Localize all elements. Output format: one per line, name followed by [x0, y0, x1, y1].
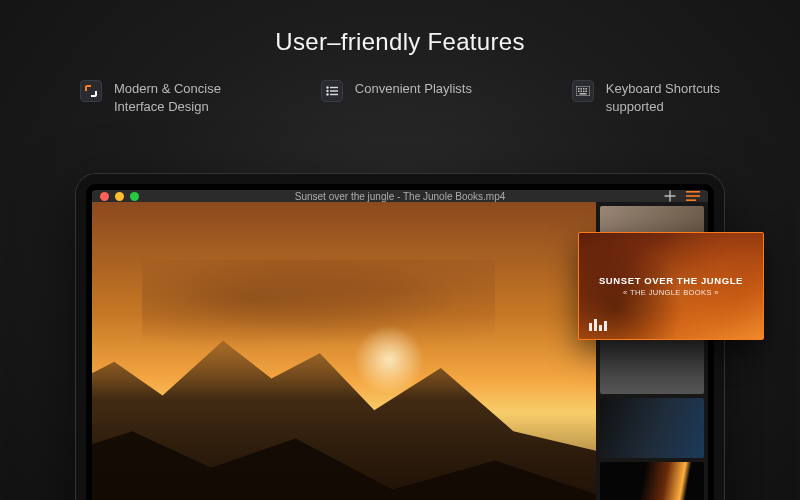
add-button[interactable] [664, 190, 676, 202]
feature-row: Modern & Concise Interface Design Conven… [80, 80, 720, 115]
preview-subtitle: « THE JUNGLE BOOKS » [623, 288, 719, 297]
svg-rect-9 [583, 88, 585, 90]
svg-rect-3 [330, 90, 338, 91]
window-controls [100, 192, 139, 201]
svg-rect-16 [686, 191, 700, 193]
svg-rect-8 [580, 88, 582, 90]
window-titlebar: Sunset over the jungle - The Junole Book… [92, 190, 708, 202]
svg-rect-18 [686, 199, 696, 201]
svg-point-2 [326, 90, 328, 92]
svg-rect-14 [585, 91, 587, 93]
window-title: Sunset over the jungle - The Junole Book… [92, 191, 708, 202]
playlist-thumb[interactable] [600, 462, 704, 500]
svg-rect-1 [330, 87, 338, 88]
feature-playlists: Convenient Playlists [321, 80, 472, 115]
feature-interface: Modern & Concise Interface Design [80, 80, 221, 115]
minimize-icon[interactable] [115, 192, 124, 201]
playlist-thumb[interactable] [600, 334, 704, 394]
feature-label: Modern & Concise Interface Design [114, 80, 221, 115]
svg-rect-10 [585, 88, 587, 90]
frame-icon [80, 80, 102, 102]
page-title: User–friendly Features [0, 0, 800, 56]
svg-rect-5 [330, 94, 338, 95]
playlist-thumb[interactable] [600, 398, 704, 458]
feature-label: Keyboard Shortcuts supported [606, 80, 720, 115]
preview-title: SUNSET OVER THE JUNGLE [599, 275, 743, 286]
feature-shortcuts: Keyboard Shortcuts supported [572, 80, 720, 115]
playlist-preview-card[interactable]: SUNSET OVER THE JUNGLE « THE JUNGLE BOOK… [578, 232, 764, 340]
svg-rect-15 [579, 93, 586, 95]
svg-rect-12 [580, 91, 582, 93]
video-viewport[interactable] [92, 202, 596, 500]
svg-point-4 [326, 93, 328, 95]
close-icon[interactable] [100, 192, 109, 201]
feature-label: Convenient Playlists [355, 80, 472, 98]
list-icon [321, 80, 343, 102]
zoom-icon[interactable] [130, 192, 139, 201]
playlist-toggle-icon[interactable] [686, 190, 700, 202]
equalizer-icon [589, 319, 607, 331]
svg-rect-11 [578, 91, 580, 93]
svg-rect-13 [583, 91, 585, 93]
svg-rect-7 [578, 88, 580, 90]
svg-point-0 [326, 86, 328, 88]
keyboard-icon [572, 80, 594, 102]
svg-rect-17 [686, 195, 700, 197]
